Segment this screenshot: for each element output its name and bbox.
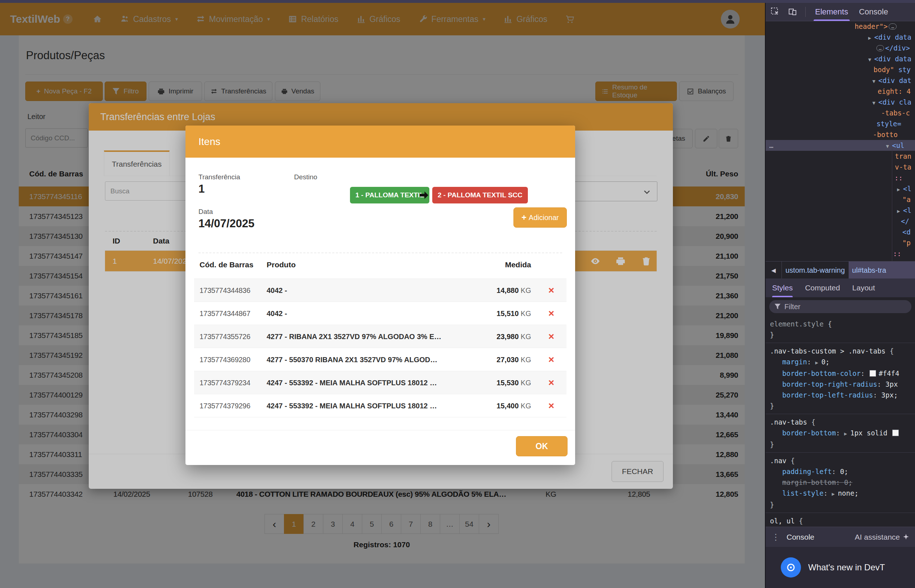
item-row: 17357743448674042 -15,510 KG× bbox=[194, 302, 566, 325]
date-value: 14/07/2025 bbox=[199, 217, 254, 230]
tree-node[interactable]: header">… bbox=[766, 21, 915, 32]
drawer-tab-console[interactable]: Console bbox=[787, 533, 814, 541]
tree-node[interactable]: style= bbox=[766, 118, 915, 129]
breadcrumb-item-selected[interactable]: ul#tabs-tra bbox=[849, 262, 915, 279]
style-rules[interactable]: element.style {}.nav-tabs-custom > .nav-… bbox=[766, 316, 915, 527]
tree-node[interactable]: ▶ <l bbox=[766, 205, 915, 216]
ok-button[interactable]: OK bbox=[516, 436, 567, 456]
tab-layout[interactable]: Layout bbox=[852, 278, 875, 297]
whats-new-text: What's new in DevT bbox=[808, 562, 885, 572]
tree-node[interactable]: "a bbox=[766, 194, 915, 205]
tree-node[interactable]: ▶ <div data bbox=[766, 32, 915, 42]
kebab-menu-icon[interactable]: ⋮ bbox=[771, 532, 780, 542]
tree-node[interactable]: tran bbox=[766, 151, 915, 162]
item-row: 17357743792964247 - 553392 - MEIA MALHA … bbox=[194, 394, 566, 417]
items-product-header: Produto bbox=[267, 260, 296, 269]
css-rule[interactable]: ol, ul {margin-top: 0;margin-bottom: 1} bbox=[766, 513, 915, 527]
item-row: 17357743557264277 - RIBANA 2X1 3527VD 97… bbox=[194, 325, 566, 348]
footer-divider bbox=[186, 430, 575, 430]
breadcrumb: ◀ ustom.tab-warning ul#tabs-tra bbox=[766, 261, 915, 279]
items-barcode-header: Cód. de Barras bbox=[199, 260, 253, 269]
breadcrumb-item[interactable]: ustom.tab-warning bbox=[782, 266, 849, 275]
tree-node[interactable]: :: bbox=[766, 173, 915, 183]
item-row: 17357743448364042 -14,880 KG× bbox=[194, 278, 566, 302]
devtools-drawer: ⋮ Console AI assistance bbox=[766, 527, 915, 547]
arrow-right-icon bbox=[419, 190, 429, 200]
remove-item-button[interactable]: × bbox=[544, 308, 559, 319]
color-swatch bbox=[870, 370, 876, 376]
breadcrumb-back-button[interactable]: ◀ bbox=[766, 262, 782, 279]
inspect-icon[interactable] bbox=[771, 7, 780, 16]
css-rule[interactable]: .nav-tabs-custom > .nav-tabs {margin: ▶ … bbox=[766, 343, 915, 414]
tree-node[interactable]: ▼ <div data bbox=[766, 53, 915, 64]
dashed-divider bbox=[199, 252, 562, 253]
item-measure-cell: 15,400 KG bbox=[496, 402, 531, 410]
date-label: Data bbox=[199, 208, 213, 216]
remove-item-button[interactable]: × bbox=[544, 400, 559, 412]
remove-item-button[interactable]: × bbox=[544, 354, 559, 365]
tab-console[interactable]: Console bbox=[858, 3, 890, 21]
item-barcode-cell: 1735774379234 bbox=[199, 379, 251, 387]
styles-tabbar: Styles Computed Layout bbox=[766, 278, 915, 297]
table-end-divider bbox=[194, 417, 566, 417]
item-measure-cell: 27,030 KG bbox=[496, 356, 531, 364]
tree-node[interactable]: ▼ <div cla bbox=[766, 97, 915, 108]
drawer-tab-ai-assistance[interactable]: AI assistance bbox=[855, 533, 909, 541]
color-swatch bbox=[892, 430, 899, 436]
tree-node[interactable]: v-ta bbox=[766, 162, 915, 173]
item-barcode-cell: 1735774379296 bbox=[199, 402, 251, 410]
item-barcode-cell: 1735774355726 bbox=[199, 333, 251, 341]
separator bbox=[805, 7, 806, 17]
item-product-cell: 4277 - 550370 RIBANA 2X1 3527VD 97% ALGO… bbox=[267, 356, 437, 364]
styles-filter-input[interactable]: Filter bbox=[769, 300, 912, 313]
tree-node[interactable]: eight: 4 bbox=[766, 86, 915, 97]
styles-filter-row: Filter bbox=[766, 297, 915, 316]
remove-item-button[interactable]: × bbox=[544, 377, 559, 389]
plus-icon: + bbox=[521, 212, 526, 223]
tab-computed[interactable]: Computed bbox=[805, 278, 840, 297]
item-product-cell: 4042 - bbox=[267, 286, 287, 295]
tree-node[interactable]: </ bbox=[766, 216, 915, 226]
tab-styles[interactable]: Styles bbox=[772, 278, 793, 297]
css-rule[interactable]: .nav {padding-left: 0;margin-bottom: 0;l… bbox=[766, 453, 915, 513]
item-row: 17357743692804277 - 550370 RIBANA 2X1 35… bbox=[194, 348, 566, 371]
tree-node[interactable]: :: bbox=[766, 248, 915, 259]
transfer-value: 1 bbox=[199, 183, 205, 195]
item-product-cell: 4042 - bbox=[267, 310, 287, 318]
tab-elements[interactable]: Elements bbox=[814, 3, 850, 21]
devtools-panel: Elements Console header">…▶ <div data…</… bbox=[765, 0, 915, 588]
tree-node[interactable]: <d bbox=[766, 226, 915, 237]
item-barcode-cell: 1735774344867 bbox=[199, 310, 251, 318]
tree-node[interactable]: ▼ <div dat bbox=[766, 75, 915, 86]
items-modal: Itens Transferência 1 Destino 1 - PALLOM… bbox=[186, 126, 575, 465]
destination-store-badge: 2 - PALLOMA TEXTIL SCC bbox=[432, 187, 528, 204]
tree-node[interactable]: -botto bbox=[766, 129, 915, 140]
items-measure-header: Medida bbox=[505, 260, 531, 269]
window-top-strip bbox=[0, 0, 915, 3]
devtools-tabbar: Elements Console bbox=[766, 3, 915, 21]
tree-node[interactable]: "p bbox=[766, 237, 915, 248]
item-barcode-cell: 1735774344836 bbox=[199, 286, 251, 295]
item-product-cell: 4247 - 553392 - MEIA MALHA SOFTPLUS 1801… bbox=[267, 402, 437, 410]
css-rule[interactable]: element.style {} bbox=[766, 316, 915, 343]
elements-tree[interactable]: header">…▶ <div data…</div>▼ <div databo… bbox=[766, 21, 915, 261]
add-item-button[interactable]: +Adicionar bbox=[513, 207, 567, 228]
css-rule[interactable]: .nav-tabs {border-bottom: ▶ 1px solid } bbox=[766, 414, 915, 453]
tree-node[interactable]: …</div> bbox=[766, 42, 915, 53]
devtools-logo-icon bbox=[781, 557, 801, 578]
whats-new-bar[interactable]: What's new in DevT bbox=[766, 547, 915, 588]
spark-icon bbox=[903, 534, 909, 540]
remove-item-button[interactable]: × bbox=[544, 284, 559, 296]
item-row: 17357743792344247 - 553392 - MEIA MALHA … bbox=[194, 371, 566, 394]
item-measure-cell: 23,980 KG bbox=[496, 333, 531, 341]
tree-node[interactable]: -tabs-c bbox=[766, 108, 915, 118]
remove-item-button[interactable]: × bbox=[544, 331, 559, 342]
items-modal-header: Itens bbox=[186, 126, 575, 158]
device-toolbar-icon[interactable] bbox=[788, 7, 797, 16]
origin-store-badge: 1 - PALLOMA TEXTIL bbox=[350, 187, 429, 204]
item-product-cell: 4247 - 553392 - MEIA MALHA SOFTPLUS 1801… bbox=[267, 379, 437, 387]
item-barcode-cell: 1735774369280 bbox=[199, 356, 251, 364]
tree-node[interactable]: body" sty bbox=[766, 64, 915, 75]
tree-node[interactable]: ▶ <l bbox=[766, 183, 915, 194]
tree-node-selected[interactable]: …▼ <ul bbox=[766, 140, 915, 151]
